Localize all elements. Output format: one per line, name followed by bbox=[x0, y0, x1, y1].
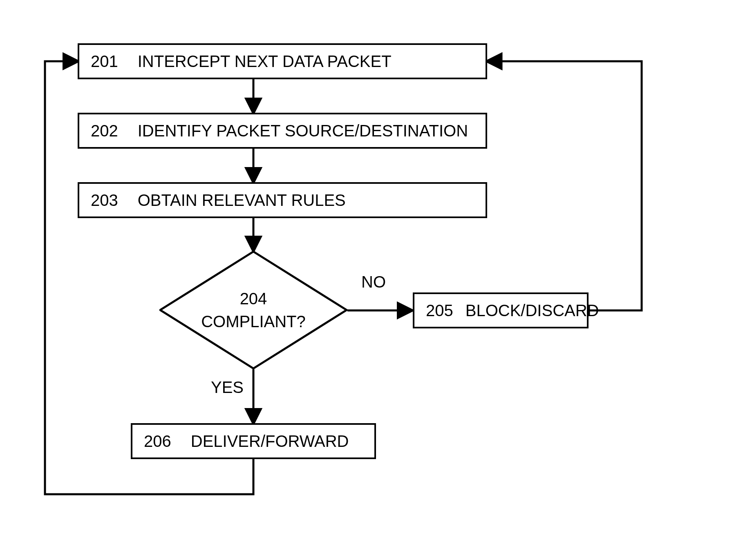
edge-label-no: NO bbox=[361, 273, 386, 291]
box-identify-source-dest: 202 IDENTIFY PACKET SOURCE/DESTINATION bbox=[78, 113, 487, 149]
box-block-discard: 205 BLOCK/DISCARD bbox=[413, 292, 589, 328]
step-label: DELIVER/FORWARD bbox=[191, 432, 349, 451]
decision-compliant: 204 COMPLIANT? bbox=[159, 251, 347, 369]
decision-number: 204 bbox=[240, 287, 267, 310]
step-number: 202 bbox=[91, 122, 118, 140]
flowchart-container: 201 INTERCEPT NEXT DATA PACKET 202 IDENT… bbox=[0, 0, 752, 560]
step-number: 206 bbox=[144, 432, 171, 451]
step-label: OBTAIN RELEVANT RULES bbox=[138, 191, 346, 210]
decision-label: COMPLIANT? bbox=[201, 310, 306, 333]
step-label: BLOCK/DISCARD bbox=[466, 301, 599, 320]
step-number: 203 bbox=[91, 191, 118, 210]
step-number: 205 bbox=[426, 301, 453, 320]
box-deliver-forward: 206 DELIVER/FORWARD bbox=[131, 423, 376, 459]
step-label: IDENTIFY PACKET SOURCE/DESTINATION bbox=[138, 122, 468, 140]
box-obtain-rules: 203 OBTAIN RELEVANT RULES bbox=[78, 182, 487, 218]
step-number: 201 bbox=[91, 52, 118, 71]
edge-label-yes: YES bbox=[211, 378, 244, 397]
step-label: INTERCEPT NEXT DATA PACKET bbox=[138, 52, 392, 71]
box-intercept-packet: 201 INTERCEPT NEXT DATA PACKET bbox=[78, 43, 487, 79]
